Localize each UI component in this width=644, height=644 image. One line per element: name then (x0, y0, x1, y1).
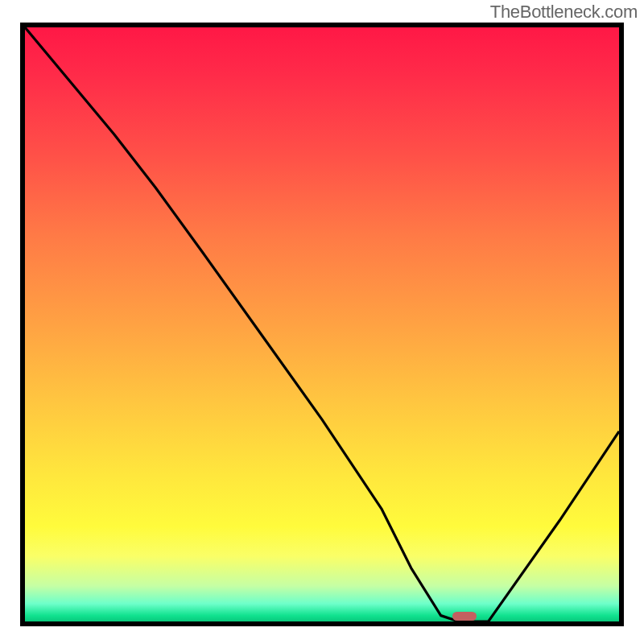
chart-frame (20, 23, 624, 626)
optimal-marker (452, 612, 477, 621)
bottleneck-curve (25, 27, 619, 621)
watermark-text: TheBottleneck.com (490, 2, 638, 23)
